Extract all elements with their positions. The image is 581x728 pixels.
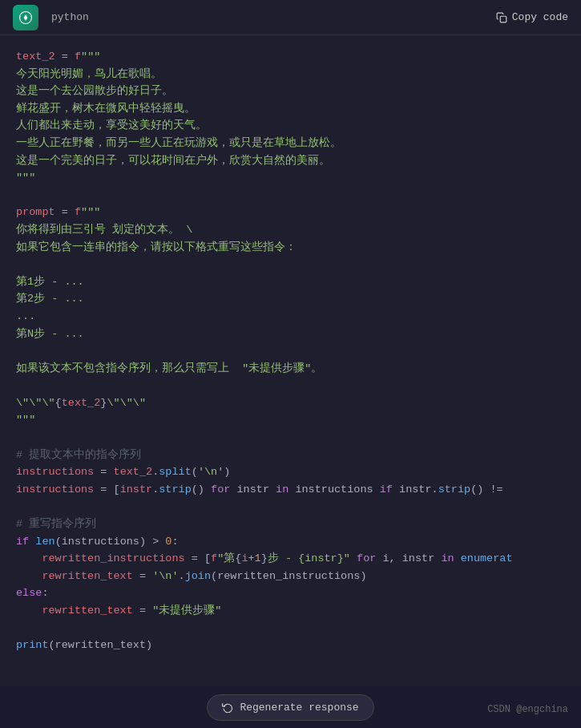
regenerate-button[interactable]: Regenerate response [207,694,373,721]
regenerate-label: Regenerate response [240,702,358,714]
logo-area [13,5,38,30]
svg-rect-0 [500,16,506,22]
lang-label: python [51,11,89,23]
regenerate-icon [222,702,233,713]
copy-code-button[interactable]: Copy code [496,11,568,23]
bottom-bar: Regenerate response CSDN @engchina [0,686,581,728]
attribution-label: CSDN @engchina [487,704,568,715]
code-block: text_2 = f""" 今天阳光明媚，鸟儿在歌唱。 这是一个去公园散步的好日… [16,48,565,654]
chatgpt-logo [13,5,38,30]
top-bar: python Copy code [0,0,581,35]
copy-label: Copy code [512,11,568,23]
code-area: text_2 = f""" 今天阳光明媚，鸟儿在歌唱。 这是一个去公园散步的好日… [0,35,581,686]
